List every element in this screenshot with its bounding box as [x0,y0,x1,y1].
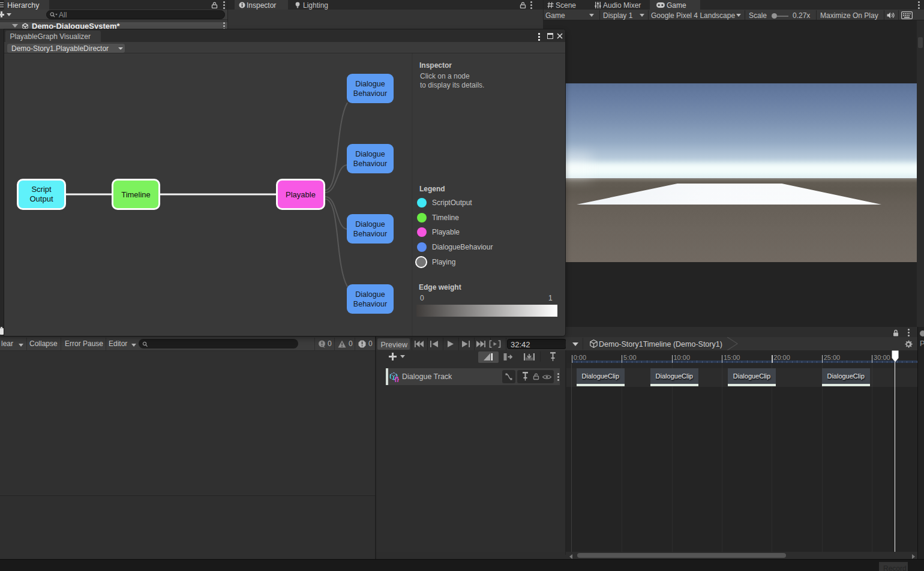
svg-text:{}: {} [394,376,399,382]
